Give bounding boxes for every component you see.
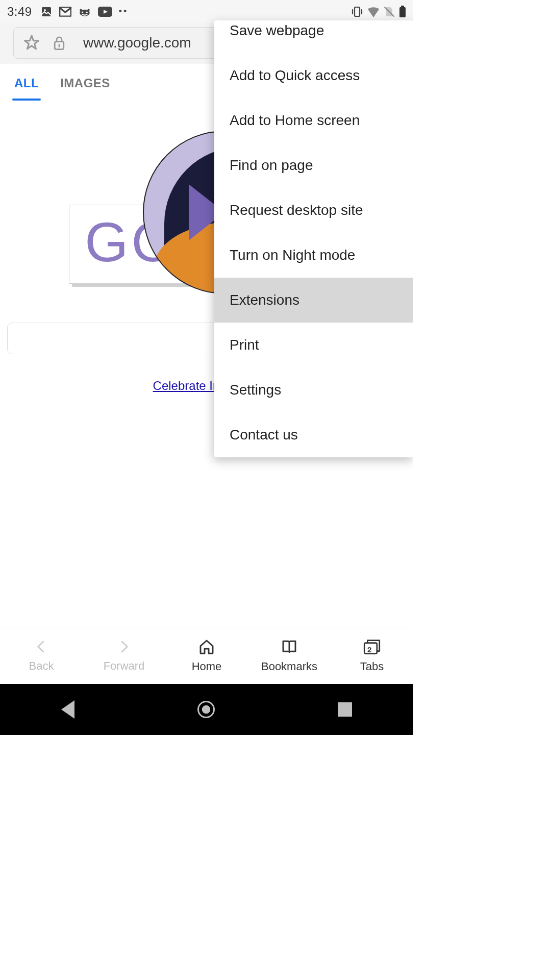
toolbar-tabs-label: Tabs [360, 660, 384, 673]
svg-point-4 [82, 11, 83, 13]
image-icon [40, 6, 53, 18]
toolbar-home[interactable]: Home [165, 627, 248, 684]
toolbar-bookmarks-label: Bookmarks [261, 660, 317, 673]
svg-point-5 [86, 11, 87, 13]
no-sim-icon [384, 6, 395, 17]
menu-contact[interactable]: Contact us [214, 412, 413, 457]
toolbar-forward-label: Forward [104, 659, 145, 673]
battery-icon [399, 6, 406, 18]
menu-quick-access[interactable]: Add to Quick access [214, 53, 413, 98]
svg-point-7 [80, 9, 82, 11]
reddit-icon [78, 5, 91, 18]
gmail-icon [59, 5, 72, 18]
chevron-right-icon [116, 639, 132, 657]
svg-rect-12 [401, 6, 404, 7]
vibrate-icon [351, 6, 363, 18]
toolbar-bookmarks[interactable]: Bookmarks [248, 627, 331, 684]
menu-find-on-page[interactable]: Find on page [214, 143, 413, 188]
svg-point-1 [44, 9, 46, 11]
toolbar-home-label: Home [192, 660, 222, 673]
svg-point-6 [87, 9, 89, 11]
toolbar-forward[interactable]: Forward [83, 627, 165, 684]
status-system-icons [351, 6, 406, 18]
url-text: www.google.com [83, 35, 191, 51]
menu-home-screen[interactable]: Add to Home screen [214, 98, 413, 143]
status-notification-icons: •• [40, 5, 129, 18]
home-icon [198, 639, 215, 658]
menu-desktop-site[interactable]: Request desktop site [214, 188, 413, 233]
nav-recent-icon[interactable] [338, 702, 352, 717]
menu-extensions[interactable]: Extensions [214, 278, 413, 323]
svg-rect-9 [355, 7, 360, 16]
android-nav-bar [0, 684, 413, 735]
menu-save-webpage[interactable]: Save webpage [214, 20, 413, 53]
nav-back-icon[interactable] [61, 700, 74, 719]
status-time: 3:49 [7, 5, 32, 19]
menu-settings[interactable]: Settings [214, 368, 413, 412]
nav-home-icon[interactable] [197, 701, 215, 718]
menu-print[interactable]: Print [214, 323, 413, 368]
status-bar: 3:49 •• [0, 0, 413, 23]
toolbar-back-label: Back [29, 659, 54, 673]
toolbar-back[interactable]: Back [0, 627, 83, 684]
wifi-icon [367, 6, 380, 17]
tabs-count: 2 [367, 645, 371, 654]
browser-toolbar: Back Forward Home Bookmarks 2 Tabs [0, 627, 413, 684]
toolbar-tabs[interactable]: 2 Tabs [331, 627, 413, 684]
chevron-left-icon [34, 639, 49, 657]
book-icon [281, 639, 298, 658]
more-dots-icon: •• [119, 6, 129, 17]
tabs-icon: 2 [363, 639, 381, 658]
svg-rect-0 [42, 7, 51, 16]
tab-all[interactable]: ALL [12, 64, 41, 100]
overflow-menu: Save webpage Add to Quick access Add to … [214, 20, 413, 457]
tab-images[interactable]: IMAGES [58, 64, 112, 100]
svg-rect-11 [399, 7, 406, 17]
lock-icon [52, 34, 67, 52]
youtube-icon [97, 6, 113, 18]
bookmark-star-icon[interactable] [23, 34, 40, 52]
menu-night-mode[interactable]: Turn on Night mode [214, 233, 413, 278]
